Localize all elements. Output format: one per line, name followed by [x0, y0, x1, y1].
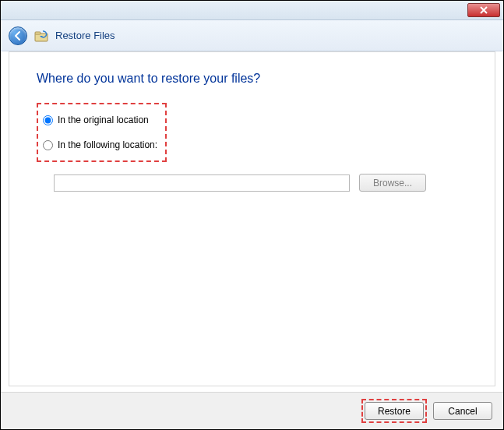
content-area: Where do you want to restore your files?…: [9, 51, 495, 386]
back-arrow-icon: [12, 30, 23, 41]
titlebar: [1, 1, 503, 20]
browse-button: Browse...: [359, 174, 426, 192]
restore-button[interactable]: Restore: [365, 402, 424, 420]
main-heading: Where do you want to restore your files?: [37, 72, 467, 86]
radio-following-label: In the following location:: [58, 139, 157, 150]
close-button[interactable]: [467, 3, 500, 17]
cancel-button[interactable]: Cancel: [433, 402, 492, 420]
radio-row-following: In the following location:: [43, 139, 157, 150]
location-radio-group: In the original location In the followin…: [37, 103, 167, 162]
svg-rect-1: [35, 32, 41, 34]
radio-row-original: In the original location: [43, 115, 157, 125]
radio-following-location[interactable]: [43, 140, 53, 150]
radio-original-location[interactable]: [43, 115, 53, 125]
radio-original-label: In the original location: [58, 115, 149, 125]
footer-bar: Restore Cancel: [1, 392, 503, 429]
close-icon: [479, 6, 488, 14]
header-title: Restore Files: [55, 30, 115, 41]
location-input-row: Browse...: [54, 174, 467, 192]
restore-highlight: Restore: [361, 399, 427, 423]
restore-icon: [33, 29, 49, 43]
header-bar: Restore Files: [1, 20, 503, 51]
back-button[interactable]: [9, 26, 27, 45]
restore-files-window: Restore Files Where do you want to resto…: [0, 0, 504, 430]
location-path-input[interactable]: [54, 174, 350, 192]
